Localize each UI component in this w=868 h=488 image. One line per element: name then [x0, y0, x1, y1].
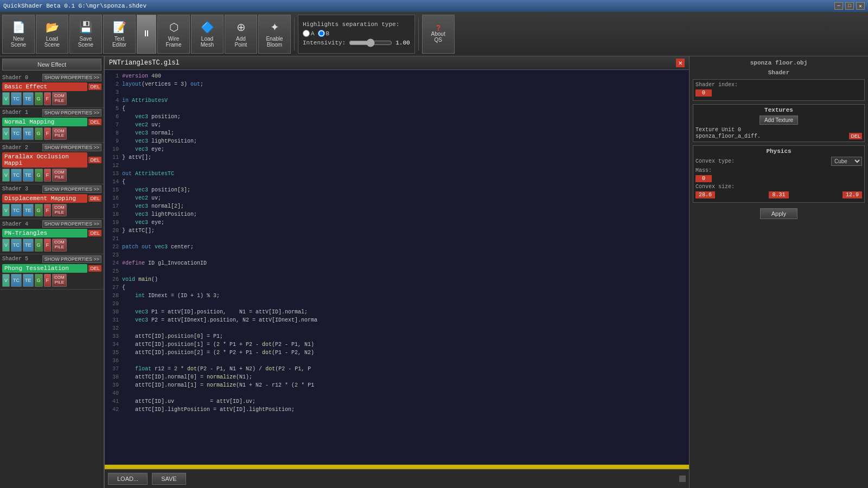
- shader-0-tc-button[interactable]: TC: [11, 92, 22, 105]
- load-mesh-icon: 🔷: [201, 21, 214, 34]
- code-editor-content[interactable]: 1 #version 400 2 layout(vertices = 3) ou…: [105, 70, 689, 465]
- highlights-panel: Highlights separation type: A B Intensiv…: [298, 15, 415, 54]
- shader-3-com-button[interactable]: COMPILE: [52, 204, 67, 217]
- highlights-radio-a[interactable]: [303, 30, 310, 37]
- shader-block-2: Shader 2 SHOW PROPERTIES >> Parallax Occ…: [0, 143, 104, 184]
- load-mesh-button[interactable]: 🔷 LoadMesh: [191, 15, 224, 54]
- shader-5-v-button[interactable]: V: [2, 274, 10, 287]
- shader-2-te-button[interactable]: TE: [23, 169, 34, 182]
- load-code-button[interactable]: LOAD...: [108, 473, 148, 485]
- apply-button[interactable]: Apply: [760, 208, 798, 219]
- convex-size-label-row: Convex size:: [695, 184, 862, 190]
- code-line-40: 40: [107, 389, 687, 397]
- shader-4-te-button[interactable]: TE: [23, 239, 34, 252]
- shader-4-v-button[interactable]: V: [2, 239, 10, 252]
- minimize-button[interactable]: —: [834, 2, 843, 10]
- show-props-3-button[interactable]: SHOW PROPERTIES >>: [42, 185, 101, 193]
- show-props-1-button[interactable]: SHOW PROPERTIES >>: [42, 109, 101, 117]
- shader-5-g-button[interactable]: G: [35, 274, 43, 287]
- shader-0-te-button[interactable]: TE: [23, 92, 34, 105]
- text-editor-label: TextEditor: [112, 36, 126, 48]
- shader-4-f-button[interactable]: F: [44, 239, 52, 252]
- shader-3-effect-row: Displacement Mapping DEL: [2, 194, 101, 203]
- shader-2-f-button[interactable]: F: [44, 169, 52, 182]
- add-texture-button[interactable]: Add Texture: [760, 115, 798, 125]
- shader-1-v-button[interactable]: V: [2, 127, 10, 140]
- shader-5-effect-row: Phong Tessellation DEL: [2, 264, 101, 273]
- code-line-29: 29: [107, 300, 687, 308]
- shader-1-tc-button[interactable]: TC: [11, 127, 22, 140]
- code-line-3: 3: [107, 88, 687, 97]
- shader-2-v-button[interactable]: V: [2, 169, 10, 182]
- add-point-label: AddPoint: [235, 36, 247, 48]
- wire-frame-button[interactable]: ⬡ WireFrame: [157, 15, 190, 54]
- shader-0-v-button[interactable]: V: [2, 92, 10, 105]
- shader-0-del-button[interactable]: DEL: [88, 84, 101, 90]
- shader-5-com-button[interactable]: COMPILE: [52, 274, 67, 287]
- highlights-radio-b[interactable]: [318, 30, 325, 37]
- shader-1-com-button[interactable]: COMPILE: [52, 127, 67, 140]
- texture-del-button[interactable]: DEL: [849, 133, 862, 139]
- save-scene-label: SaveScene: [78, 36, 93, 48]
- shader-2-g-button[interactable]: G: [35, 169, 43, 182]
- shader-3-g-button[interactable]: G: [35, 204, 43, 217]
- close-button[interactable]: ✕: [856, 2, 865, 10]
- pause-button[interactable]: ⏸: [137, 15, 156, 54]
- shader-0-effect-row: Basic Effect DEL: [2, 82, 101, 91]
- shader-4-com-button[interactable]: COMPILE: [52, 239, 67, 252]
- save-code-button[interactable]: SAVE: [152, 473, 186, 485]
- shader-3-del-button[interactable]: DEL: [88, 195, 101, 202]
- highlights-option-a[interactable]: A: [303, 30, 315, 37]
- show-props-5-button[interactable]: SHOW PROPERTIES >>: [42, 255, 101, 263]
- main-area: New Effect Shader 0 SHOW PROPERTIES >> B…: [0, 56, 868, 488]
- shader-0-g-button[interactable]: G: [35, 92, 43, 105]
- shader-3-tc-button[interactable]: TC: [11, 204, 22, 217]
- add-point-button[interactable]: ⊕ AddPoint: [225, 15, 257, 54]
- shader-5-te-button[interactable]: TE: [23, 274, 34, 287]
- shader-4-del-button[interactable]: DEL: [88, 230, 101, 236]
- shader-3-v-button[interactable]: V: [2, 204, 10, 217]
- shader-0-com-button[interactable]: COMPILE: [52, 92, 67, 105]
- shader-1-del-button[interactable]: DEL: [88, 119, 101, 125]
- code-close-button[interactable]: ✕: [676, 59, 685, 67]
- shader-4-g-button[interactable]: G: [35, 239, 43, 252]
- code-line-24: 24 #define ID gl_InvocationID: [107, 259, 687, 267]
- viewport[interactable]: FPS: 60 frame time (us): 16665 objects: …: [104, 56, 689, 488]
- enable-bloom-button[interactable]: ✦ EnableBloom: [258, 15, 291, 54]
- shader-3-header: Shader 3 SHOW PROPERTIES >>: [2, 185, 101, 193]
- about-qs-button[interactable]: ❓ AboutQS: [422, 15, 455, 54]
- code-line-15: 15 vec3 position[3];: [107, 186, 687, 194]
- new-effect-button[interactable]: New Effect: [2, 59, 101, 70]
- show-props-4-button[interactable]: SHOW PROPERTIES >>: [42, 220, 101, 228]
- show-props-0-button[interactable]: SHOW PROPERTIES >>: [42, 74, 101, 81]
- save-scene-button[interactable]: 💾 SaveScene: [69, 15, 102, 54]
- shader-0-header: Shader 0 SHOW PROPERTIES >>: [2, 74, 101, 81]
- shader-1-te-button[interactable]: TE: [23, 127, 34, 140]
- code-editor-footer: LOAD... SAVE: [105, 469, 689, 488]
- load-mesh-label: LoadMesh: [201, 36, 214, 48]
- shader-1-g-button[interactable]: G: [35, 127, 43, 140]
- shader-2-com-button[interactable]: COMPILE: [52, 169, 67, 182]
- shader-3-te-button[interactable]: TE: [23, 204, 34, 217]
- shader-5-del-button[interactable]: DEL: [88, 265, 101, 272]
- shader-2-header: Shader 2 SHOW PROPERTIES >>: [2, 144, 101, 151]
- shader-2-del-button[interactable]: DEL: [88, 157, 101, 163]
- shader-3-f-button[interactable]: F: [44, 204, 52, 217]
- shader-5-f-button[interactable]: F: [44, 274, 52, 287]
- text-editor-button[interactable]: 📝 TextEditor: [103, 15, 136, 54]
- shader-5-tc-button[interactable]: TC: [11, 274, 22, 287]
- shader-2-tc-button[interactable]: TC: [11, 169, 22, 182]
- shader-4-tc-button[interactable]: TC: [11, 239, 22, 252]
- shader-1-f-button[interactable]: F: [44, 127, 52, 140]
- intensity-slider[interactable]: [349, 39, 392, 47]
- left-panel: New Effect Shader 0 SHOW PROPERTIES >> B…: [0, 56, 104, 488]
- convex-type-select[interactable]: Cube Sphere: [831, 157, 862, 166]
- shader-0-name: Shader 0: [2, 75, 28, 81]
- titlebar-controls[interactable]: — □ ✕: [834, 2, 865, 10]
- load-scene-button[interactable]: 📂 LoadScene: [36, 15, 68, 54]
- highlights-option-b[interactable]: B: [318, 30, 330, 37]
- shader-0-f-button[interactable]: F: [44, 92, 52, 105]
- show-props-2-button[interactable]: SHOW PROPERTIES >>: [42, 144, 101, 151]
- new-scene-button[interactable]: 📄 NewScene: [2, 15, 35, 54]
- maximize-button[interactable]: □: [845, 2, 854, 10]
